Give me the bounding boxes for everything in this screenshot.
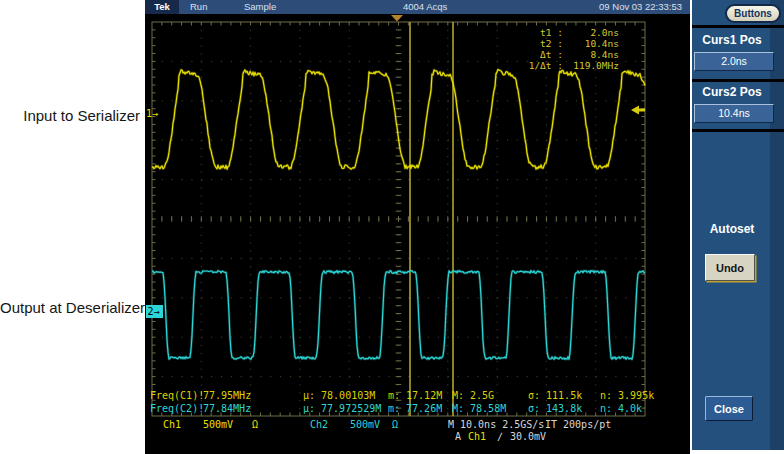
trigger-prefix: A bbox=[455, 431, 461, 443]
status-bar: Tek Run Sample 4004 Acqs 09 Nov 03 22:33… bbox=[145, 0, 690, 14]
oscilloscope-display: 1→ 2→ Tek Run Sample 4004 Acqs 09 Nov 03… bbox=[145, 0, 690, 454]
inv-delta-t-label: 1/Δt : bbox=[495, 60, 563, 71]
curs2-pos-title: Curs2 Pos bbox=[692, 85, 772, 99]
inv-delta-t-value: 119.0MHz bbox=[563, 60, 619, 71]
trigger-position-marker-icon[interactable] bbox=[391, 15, 403, 22]
meas-value: 77.84MHz bbox=[203, 403, 251, 415]
meas-value: 77.95MHz bbox=[203, 390, 251, 402]
t2-label: t2 : bbox=[495, 38, 563, 49]
t1-label: t1 : bbox=[495, 27, 563, 38]
ch2-label: Ch2 bbox=[310, 419, 328, 431]
cursor-readout-row: 1/Δt : 119.0MHz bbox=[495, 60, 619, 71]
timebase: M 10.0ns 2.5GS/s bbox=[448, 419, 544, 431]
control-sidebar: Buttons Curs1 Pos 2.0ns Curs2 Pos 10.4ns… bbox=[692, 0, 784, 450]
meas-name: Freq(C1)! bbox=[150, 390, 204, 402]
cursor-readout: t1 : 2.0ns t2 : 10.4ns Δt : 8.4ns 1/Δt :… bbox=[495, 27, 619, 71]
meas-count: n: 3.995k bbox=[600, 390, 654, 402]
sampling-mode: IT 200ps/pt bbox=[545, 419, 611, 431]
acquisition-mode: Sample bbox=[244, 0, 276, 14]
measurement-row-ch1: Freq(C1)! 77.95MHz μ: 78.00103M m: 17.12… bbox=[145, 390, 690, 402]
ch2-coupling: Ω bbox=[392, 419, 398, 431]
cursor-readout-row: t2 : 10.4ns bbox=[495, 38, 619, 49]
channel-settings-row: Ch1 500mV Ω Ch2 500mV Ω M 10.0ns 2.5GS/s… bbox=[145, 419, 690, 431]
cursor-readout-row: t1 : 2.0ns bbox=[495, 27, 619, 38]
ch2-ground-marker[interactable]: 2→ bbox=[148, 306, 160, 317]
t1-value: 2.0ns bbox=[563, 27, 619, 38]
undo-button[interactable]: Undo bbox=[705, 254, 755, 281]
ch1-trace bbox=[152, 70, 645, 170]
autoset-title: Autoset bbox=[692, 222, 772, 236]
trigger-settings-row: A Ch1 ∕ 30.0mV bbox=[145, 431, 690, 443]
meas-mean: μ: 77.972529M bbox=[303, 403, 381, 415]
delta-t-label: Δt : bbox=[495, 49, 563, 60]
ch2-scale: 500mV bbox=[350, 419, 380, 431]
trigger-source: Ch1 bbox=[468, 431, 486, 443]
meas-max: M: 2.5G bbox=[452, 390, 494, 402]
ch2-annotation-label: Output at Deserializer bbox=[0, 299, 144, 316]
curs1-pos-title: Curs1 Pos bbox=[692, 33, 772, 47]
ch1-label: Ch1 bbox=[163, 419, 181, 431]
separator bbox=[692, 79, 784, 82]
datetime: 09 Nov 03 22:33:53 bbox=[599, 0, 682, 14]
trigger-slope-icon: ∕ bbox=[497, 431, 503, 443]
ch1-annotation-label: Input to Serializer bbox=[0, 107, 140, 124]
ch1-trace-glow bbox=[152, 70, 645, 170]
ch1-coupling: Ω bbox=[252, 419, 258, 431]
trigger-level: 30.0mV bbox=[510, 431, 546, 443]
separator bbox=[692, 25, 784, 28]
meas-name: Freq(C2)! bbox=[150, 403, 204, 415]
measurement-row-ch2: Freq(C2)! 77.84MHz μ: 77.972529M m: 77.2… bbox=[145, 403, 690, 415]
trigger-level-arrow-tail bbox=[639, 109, 645, 112]
acquisition-state: Run bbox=[190, 0, 207, 14]
meas-count: n: 4.0k bbox=[600, 403, 642, 415]
meas-sigma: σ: 143.8k bbox=[528, 403, 582, 415]
meas-max: M: 78.58M bbox=[452, 403, 506, 415]
close-button[interactable]: Close bbox=[705, 396, 753, 421]
tek-logo: Tek bbox=[145, 0, 179, 14]
curs1-pos-value[interactable]: 2.0ns bbox=[694, 52, 774, 71]
separator bbox=[692, 129, 784, 132]
meas-mean: μ: 78.00103M bbox=[303, 390, 375, 402]
trigger-level-arrow-icon[interactable] bbox=[631, 106, 639, 115]
meas-min: m: 17.12M bbox=[388, 390, 442, 402]
delta-t-value: 8.4ns bbox=[563, 49, 619, 60]
acquisition-count: 4004 Acqs bbox=[403, 0, 447, 14]
ch1-ground-marker[interactable]: 1→ bbox=[146, 108, 158, 119]
ch1-scale: 500mV bbox=[203, 419, 233, 431]
buttons-button[interactable]: Buttons bbox=[725, 4, 781, 23]
meas-min: m: 77.26M bbox=[388, 403, 442, 415]
meas-sigma: σ: 111.5k bbox=[528, 390, 582, 402]
cursor-readout-row: Δt : 8.4ns bbox=[495, 49, 619, 60]
t2-value: 10.4ns bbox=[563, 38, 619, 49]
curs2-pos-value[interactable]: 10.4ns bbox=[694, 104, 774, 123]
